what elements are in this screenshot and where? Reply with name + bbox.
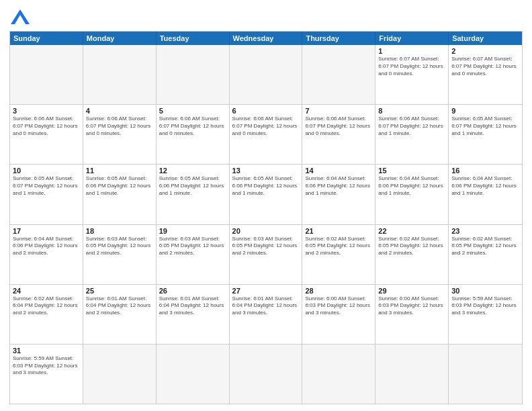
calendar: SundayMondayTuesdayWednesdayThursdayFrid…: [9, 31, 523, 404]
day-cell-9: 9Sunrise: 6:05 AM Sunset: 6:07 PM Daylig…: [449, 105, 522, 164]
day-info: Sunrise: 6:02 AM Sunset: 6:05 PM Dayligh…: [378, 236, 445, 257]
empty-cell: [302, 45, 375, 104]
day-info: Sunrise: 6:00 AM Sunset: 6:03 PM Dayligh…: [378, 295, 445, 317]
day-info: Sunrise: 6:01 AM Sunset: 6:04 PM Dayligh…: [159, 295, 226, 317]
weekday-header-wednesday: Wednesday: [230, 32, 303, 45]
calendar-row-3: 17Sunrise: 6:04 AM Sunset: 6:06 PM Dayli…: [10, 224, 522, 284]
empty-cell: [230, 45, 303, 104]
day-number: 10: [13, 167, 80, 175]
empty-cell: [10, 45, 83, 104]
day-number: 12: [159, 167, 226, 175]
day-number: 6: [232, 107, 300, 115]
day-info: Sunrise: 6:02 AM Sunset: 6:05 PM Dayligh…: [305, 236, 372, 257]
day-cell-11: 11Sunrise: 6:05 AM Sunset: 6:06 PM Dayli…: [83, 165, 157, 224]
day-cell-30: 30Sunrise: 5:59 AM Sunset: 6:03 PM Dayli…: [449, 285, 522, 344]
day-cell-25: 25Sunrise: 6:01 AM Sunset: 6:04 PM Dayli…: [83, 285, 157, 344]
day-cell-10: 10Sunrise: 6:05 AM Sunset: 6:07 PM Dayli…: [10, 165, 83, 224]
day-info: Sunrise: 6:03 AM Sunset: 6:05 PM Dayligh…: [86, 236, 153, 257]
day-number: 29: [378, 287, 445, 295]
calendar-row-4: 24Sunrise: 6:02 AM Sunset: 6:04 PM Dayli…: [10, 284, 522, 344]
day-cell-3: 3Sunrise: 6:06 AM Sunset: 6:07 PM Daylig…: [10, 105, 83, 164]
day-number: 30: [451, 287, 519, 295]
day-cell-23: 23Sunrise: 6:02 AM Sunset: 6:05 PM Dayli…: [449, 225, 522, 284]
weekday-header-monday: Monday: [83, 32, 157, 45]
day-cell-8: 8Sunrise: 6:06 AM Sunset: 6:07 PM Daylig…: [375, 105, 449, 164]
day-number: 26: [159, 287, 226, 295]
empty-cell: [375, 345, 449, 404]
day-info: Sunrise: 6:00 AM Sunset: 6:03 PM Dayligh…: [305, 295, 372, 317]
day-cell-19: 19Sunrise: 6:03 AM Sunset: 6:05 PM Dayli…: [157, 225, 230, 284]
day-cell-22: 22Sunrise: 6:02 AM Sunset: 6:05 PM Dayli…: [375, 225, 449, 284]
day-number: 22: [378, 227, 445, 235]
logo: [9, 11, 30, 27]
day-info: Sunrise: 6:06 AM Sunset: 6:07 PM Dayligh…: [159, 116, 226, 137]
day-cell-1: 1Sunrise: 6:07 AM Sunset: 6:07 PM Daylig…: [375, 45, 449, 104]
day-info: Sunrise: 5:59 AM Sunset: 6:03 PM Dayligh…: [13, 355, 80, 377]
day-number: 11: [86, 167, 153, 175]
weekday-header-thursday: Thursday: [302, 32, 375, 45]
header: [9, 8, 523, 27]
calendar-row-0: 1Sunrise: 6:07 AM Sunset: 6:07 PM Daylig…: [10, 45, 522, 104]
day-number: 3: [13, 107, 80, 115]
day-info: Sunrise: 6:03 AM Sunset: 6:05 PM Dayligh…: [232, 236, 300, 257]
day-cell-29: 29Sunrise: 6:00 AM Sunset: 6:03 PM Dayli…: [375, 285, 449, 344]
day-info: Sunrise: 6:07 AM Sunset: 6:07 PM Dayligh…: [451, 56, 519, 77]
calendar-row-1: 3Sunrise: 6:06 AM Sunset: 6:07 PM Daylig…: [10, 104, 522, 164]
weekday-header-tuesday: Tuesday: [157, 32, 230, 45]
day-number: 4: [86, 107, 153, 115]
day-info: Sunrise: 6:06 AM Sunset: 6:07 PM Dayligh…: [232, 116, 300, 137]
day-cell-24: 24Sunrise: 6:02 AM Sunset: 6:04 PM Dayli…: [10, 285, 83, 344]
day-info: Sunrise: 6:06 AM Sunset: 6:07 PM Dayligh…: [13, 116, 80, 137]
day-number: 27: [232, 287, 300, 295]
day-number: 17: [13, 227, 80, 235]
day-number: 14: [305, 167, 372, 175]
empty-cell: [157, 45, 230, 104]
empty-cell: [83, 345, 157, 404]
empty-cell: [449, 345, 522, 404]
calendar-row-5: 31Sunrise: 5:59 AM Sunset: 6:03 PM Dayli…: [10, 344, 522, 404]
day-info: Sunrise: 6:01 AM Sunset: 6:04 PM Dayligh…: [232, 295, 300, 317]
day-cell-7: 7Sunrise: 6:06 AM Sunset: 6:07 PM Daylig…: [302, 105, 375, 164]
day-info: Sunrise: 6:06 AM Sunset: 6:07 PM Dayligh…: [305, 116, 372, 137]
day-number: 2: [451, 47, 519, 55]
day-info: Sunrise: 6:04 AM Sunset: 6:06 PM Dayligh…: [13, 236, 80, 257]
day-cell-27: 27Sunrise: 6:01 AM Sunset: 6:04 PM Dayli…: [230, 285, 303, 344]
calendar-body: 1Sunrise: 6:07 AM Sunset: 6:07 PM Daylig…: [10, 45, 522, 404]
day-info: Sunrise: 6:06 AM Sunset: 6:07 PM Dayligh…: [86, 116, 153, 137]
day-number: 24: [13, 287, 80, 295]
day-cell-2: 2Sunrise: 6:07 AM Sunset: 6:07 PM Daylig…: [449, 45, 522, 104]
day-info: Sunrise: 5:59 AM Sunset: 6:03 PM Dayligh…: [451, 295, 519, 317]
day-cell-31: 31Sunrise: 5:59 AM Sunset: 6:03 PM Dayli…: [10, 345, 83, 404]
day-number: 21: [305, 227, 372, 235]
empty-cell: [83, 45, 157, 104]
day-number: 13: [232, 167, 300, 175]
calendar-row-2: 10Sunrise: 6:05 AM Sunset: 6:07 PM Dayli…: [10, 164, 522, 224]
day-cell-26: 26Sunrise: 6:01 AM Sunset: 6:04 PM Dayli…: [157, 285, 230, 344]
day-cell-14: 14Sunrise: 6:04 AM Sunset: 6:06 PM Dayli…: [302, 165, 375, 224]
day-number: 15: [378, 167, 445, 175]
day-number: 23: [451, 227, 519, 235]
day-number: 25: [86, 287, 153, 295]
day-cell-28: 28Sunrise: 6:00 AM Sunset: 6:03 PM Dayli…: [302, 285, 375, 344]
empty-cell: [157, 345, 230, 404]
day-info: Sunrise: 6:02 AM Sunset: 6:04 PM Dayligh…: [13, 295, 80, 317]
day-info: Sunrise: 6:05 AM Sunset: 6:07 PM Dayligh…: [13, 175, 80, 197]
day-info: Sunrise: 6:04 AM Sunset: 6:06 PM Dayligh…: [378, 175, 445, 197]
day-info: Sunrise: 6:03 AM Sunset: 6:05 PM Dayligh…: [159, 236, 226, 257]
day-number: 5: [159, 107, 226, 115]
empty-cell: [230, 345, 303, 404]
weekday-header-friday: Friday: [375, 32, 449, 45]
empty-cell: [302, 345, 375, 404]
day-cell-12: 12Sunrise: 6:05 AM Sunset: 6:06 PM Dayli…: [157, 165, 230, 224]
day-info: Sunrise: 6:05 AM Sunset: 6:06 PM Dayligh…: [232, 175, 300, 197]
day-cell-17: 17Sunrise: 6:04 AM Sunset: 6:06 PM Dayli…: [10, 225, 83, 284]
day-cell-20: 20Sunrise: 6:03 AM Sunset: 6:05 PM Dayli…: [230, 225, 303, 284]
day-number: 28: [305, 287, 372, 295]
day-number: 7: [305, 107, 372, 115]
weekday-header-saturday: Saturday: [449, 32, 522, 45]
calendar-header: SundayMondayTuesdayWednesdayThursdayFrid…: [10, 32, 522, 45]
day-number: 8: [378, 107, 445, 115]
day-number: 18: [86, 227, 153, 235]
day-number: 9: [451, 107, 519, 115]
day-info: Sunrise: 6:04 AM Sunset: 6:06 PM Dayligh…: [451, 175, 519, 197]
